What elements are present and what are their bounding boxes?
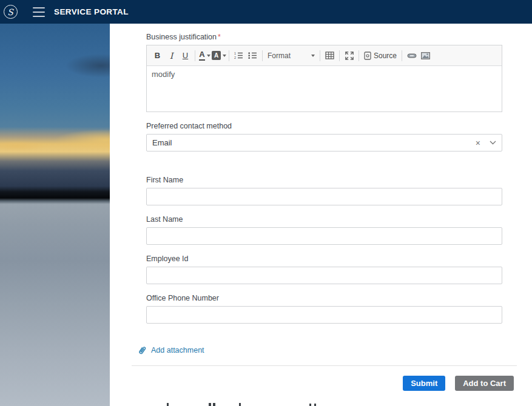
business-justification-input[interactable]: modify bbox=[147, 66, 502, 111]
format-dropdown[interactable]: Format bbox=[265, 49, 317, 62]
italic-button[interactable]: I bbox=[164, 49, 178, 62]
submit-button[interactable]: Submit bbox=[403, 376, 445, 391]
field-office-phone-number: Office Phone Number bbox=[146, 294, 502, 324]
toolbar-separator bbox=[195, 50, 195, 61]
numbered-list-icon: 1 2 bbox=[234, 52, 243, 59]
svg-text:2: 2 bbox=[234, 56, 236, 59]
maximize-button[interactable] bbox=[342, 49, 356, 62]
field-first-name: First Name bbox=[146, 176, 502, 205]
underline-button[interactable]: U bbox=[178, 49, 192, 62]
last-name-input[interactable] bbox=[146, 227, 502, 245]
main-area: Business justification* B I U A bbox=[0, 24, 532, 406]
form-panel: Business justification* B I U A bbox=[110, 24, 532, 406]
field-business-justification: Business justification* B I U A bbox=[146, 33, 502, 112]
preferred-contact-method-select[interactable]: Email × bbox=[146, 134, 502, 151]
chevron-down-icon bbox=[207, 55, 210, 57]
bulleted-list-button[interactable] bbox=[246, 49, 260, 62]
preferred-contact-method-label: Preferred contact method bbox=[146, 122, 502, 130]
field-preferred-contact-method: Preferred contact method Email × bbox=[146, 122, 502, 151]
image-icon bbox=[421, 52, 430, 59]
employee-id-input[interactable] bbox=[146, 267, 502, 284]
clear-selection-icon[interactable]: × bbox=[470, 139, 486, 147]
insert-image-button[interactable] bbox=[419, 49, 433, 62]
required-asterisk: * bbox=[218, 33, 221, 41]
form-footer-divider bbox=[132, 365, 517, 366]
table-icon bbox=[325, 52, 334, 59]
insert-link-button[interactable] bbox=[405, 49, 419, 62]
hamburger-menu-icon[interactable] bbox=[33, 7, 45, 17]
svg-text:1: 1 bbox=[234, 52, 236, 55]
portal-title: SERVICE PORTAL bbox=[54, 7, 129, 16]
insert-table-button[interactable] bbox=[323, 49, 337, 62]
form-actions: Submit Add to Cart bbox=[132, 376, 514, 391]
chevron-down-icon[interactable] bbox=[486, 141, 496, 145]
clipped-text-fragment bbox=[110, 402, 532, 406]
background-photo-panel bbox=[0, 24, 110, 406]
field-last-name: Last Name bbox=[146, 215, 502, 245]
toolbar-separator bbox=[339, 50, 340, 61]
link-icon bbox=[407, 53, 417, 59]
employee-id-label: Employee Id bbox=[146, 255, 502, 263]
office-phone-number-label: Office Phone Number bbox=[146, 294, 502, 302]
toolbar-separator bbox=[262, 50, 263, 61]
toolbar-separator bbox=[359, 50, 359, 61]
first-name-label: First Name bbox=[146, 176, 502, 184]
richtext-editor: B I U A A bbox=[146, 45, 502, 112]
first-name-input[interactable] bbox=[146, 188, 502, 205]
numbered-list-button[interactable]: 1 2 bbox=[232, 49, 246, 62]
field-employee-id: Employee Id bbox=[146, 255, 502, 284]
source-document-icon bbox=[364, 52, 371, 60]
richtext-toolbar: B I U A A bbox=[147, 45, 502, 66]
servicenow-logo-button[interactable]: S bbox=[1, 0, 19, 24]
form-fields: Business justification* B I U A bbox=[146, 33, 502, 324]
add-to-cart-button[interactable]: Add to Cart bbox=[455, 376, 514, 391]
business-justification-label: Business justification* bbox=[146, 33, 502, 41]
servicenow-logo-icon: S bbox=[4, 5, 18, 19]
paperclip-icon bbox=[136, 344, 149, 357]
logo-glyph: S bbox=[7, 8, 13, 16]
last-name-label: Last Name bbox=[146, 215, 502, 224]
chevron-down-icon bbox=[223, 55, 226, 57]
bulleted-list-icon bbox=[248, 52, 257, 59]
top-navbar: S SERVICE PORTAL bbox=[0, 0, 532, 24]
add-attachment-label: Add attachment bbox=[151, 346, 204, 354]
office-phone-number-input[interactable] bbox=[146, 306, 502, 324]
bold-button[interactable]: B bbox=[150, 49, 164, 62]
text-color-button[interactable]: A bbox=[198, 49, 212, 62]
source-button[interactable]: Source bbox=[362, 49, 399, 62]
selected-value: Email bbox=[152, 138, 470, 147]
toolbar-separator bbox=[320, 50, 320, 61]
add-attachment-link[interactable]: Add attachment bbox=[138, 345, 517, 355]
toolbar-separator bbox=[402, 50, 402, 61]
catalog-item-form: Business justification* B I U A bbox=[132, 24, 517, 391]
toolbar-separator bbox=[229, 50, 229, 61]
chevron-down-icon bbox=[311, 55, 315, 57]
maximize-icon bbox=[345, 52, 354, 60]
background-color-button[interactable]: A bbox=[212, 49, 226, 62]
